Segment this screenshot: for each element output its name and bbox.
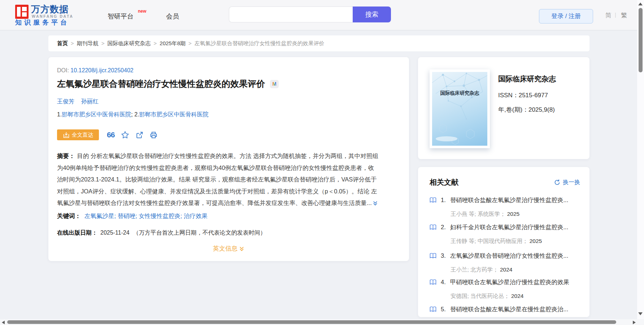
journal-card: 国际临床研究杂志 国际临床研究杂志 ISSN：2515-6977 年,卷(期)：…: [418, 57, 589, 159]
related-item-meta: 王小兰; 北方药学； 2024: [451, 266, 512, 274]
abstract: 摘要：目的 分析左氧氟沙星联合替硝唑治疗女性慢性盆腔炎的效果。方法 选择方式为随…: [57, 150, 404, 209]
article-card: DOI: 10.12208/j.ijcr.20250402 左氧氟沙星联合替硝唑…: [48, 57, 409, 261]
abstract-line: 为40例单纯给予替硝唑治疗的女性慢性盆腔炎患者，观察组为40例左氧氟沙星联合替硝…: [57, 162, 404, 174]
search-button[interactable]: 搜索: [353, 7, 391, 22]
related-item: 2.妇科千金片联合左氧氟沙星治疗慢性盆腔炎...: [430, 223, 568, 231]
author-list: 王俊芳孙丽红: [57, 98, 105, 106]
refresh-icon: [554, 179, 560, 185]
breadcrumb-separator: >: [71, 40, 74, 46]
related-item-meta: 王传静 等; 中国现代药物应用； 2025: [451, 238, 542, 245]
keyword-separator: ;: [135, 213, 139, 219]
doi-row: DOI: 10.12208/j.ijcr.20250402: [57, 67, 134, 74]
book-icon: [430, 253, 436, 259]
related-item-year: 2025: [507, 211, 519, 217]
scroll-left-arrow[interactable]: [2, 321, 5, 324]
related-item-year: 2024: [511, 293, 523, 299]
keyword-link[interactable]: 替硝唑: [118, 213, 136, 219]
author-link[interactable]: 孙丽红: [81, 98, 99, 104]
book-icon: [430, 306, 436, 312]
related-item-number: 1.: [441, 197, 450, 204]
journal-cover[interactable]: 国际临床研究杂志: [430, 69, 490, 148]
horizontal-scrollbar-thumb[interactable]: [7, 320, 616, 324]
login-register-button[interactable]: 登录 / 注册: [539, 9, 593, 23]
keyword-link[interactable]: 治疗效果: [184, 213, 208, 219]
related-item-title[interactable]: 替硝唑联合盐酸左氧氟沙星治疗慢性盆腔炎...: [450, 197, 568, 203]
affiliation-separator: ;: [131, 111, 134, 117]
related-item-title[interactable]: 妇科千金片联合左氧氟沙星治疗慢性盆腔炎...: [450, 224, 568, 230]
related-item-number: 4.: [441, 279, 450, 286]
breadcrumb-item[interactable]: 期刊导航: [77, 40, 99, 46]
keyword-separator: ;: [180, 213, 184, 219]
related-item-title[interactable]: 左氧氟沙星联合替硝唑治疗女性慢性盆腔炎...: [450, 252, 568, 259]
related-item-number: 3.: [441, 252, 450, 259]
wanfang-logo-icon[interactable]: [15, 5, 29, 19]
related-item: 3.左氧氟沙星联合替硝唑治疗女性慢性盆腔炎...: [430, 252, 568, 260]
svg-text:free: free: [65, 135, 68, 137]
breadcrumb: 首页>期刊导航>国际临床研究杂志>2025年8期>左氧氟沙星联合替硝唑治疗女性慢…: [48, 35, 589, 51]
journal-volume: 年,卷(期)：2025,9(8): [498, 106, 555, 114]
keyword-separator: ;: [114, 213, 118, 219]
breadcrumb-item[interactable]: 首页: [57, 40, 68, 46]
fulltext-button[interactable]: free 全文直达: [57, 129, 99, 140]
related-item: 5.替硝唑联合盐酸左氧氟沙星在慢性盆腔炎治...: [430, 305, 568, 313]
lang-traditional[interactable]: 繁: [621, 11, 627, 20]
print-icon[interactable]: [150, 131, 157, 139]
book-icon: [430, 197, 436, 203]
article-title: 左氧氟沙星联合替硝唑治疗女性慢性盆腔炎的效果评价M: [57, 78, 279, 90]
breadcrumb-separator: >: [154, 40, 157, 46]
abstract-line: 摘要：目的 分析左氧氟沙星联合替硝唑治疗女性慢性盆腔炎的效果。方法 选择方式为随…: [57, 150, 404, 162]
doi-label: DOI:: [57, 67, 69, 73]
scroll-down-arrow[interactable]: [638, 312, 643, 315]
logo-cn-text[interactable]: 万方数据: [31, 4, 69, 14]
journal-name[interactable]: 国际临床研究杂志: [498, 75, 556, 82]
breadcrumb-item[interactable]: 国际临床研究杂志: [108, 40, 151, 46]
related-item-year: 2024: [500, 266, 512, 273]
favorite-star-icon[interactable]: [121, 131, 129, 139]
scroll-up-arrow[interactable]: [638, 3, 643, 5]
pubdate-value: 2025-11-24: [100, 230, 130, 236]
m-badge-icon[interactable]: M: [270, 80, 279, 88]
share-icon[interactable]: [136, 131, 143, 139]
related-literature-card: 相关文献 换一换 1.替硝唑联合盐酸左氧氟沙星治疗慢性盆腔炎...王小燕 等; …: [418, 167, 589, 317]
search-input[interactable]: [229, 7, 353, 22]
book-icon: [430, 279, 436, 285]
lang-simplified[interactable]: 简: [605, 11, 612, 20]
logo-en-text: WANFANG DATA: [32, 14, 73, 18]
abstract-line: 氧氟沙星与替硝唑联合疗法对女性慢性盆腔炎疗效显著，可提高治愈率、降低并发症发生率…: [57, 197, 404, 209]
header: 万方数据 WANFANG DATA 知识服务平台 智研平台 new 会员 搜索 …: [0, 0, 644, 30]
affiliations: 1.邯郸市肥乡区中医骨科医院; 2.邯郸市肥乡区中医骨科医院: [57, 111, 209, 119]
scroll-right-arrow[interactable]: [633, 321, 636, 324]
expand-abstract-icon[interactable]: [373, 201, 378, 206]
keyword-link[interactable]: 女性慢性盆腔炎: [139, 213, 180, 219]
nav-zhiyan-platform[interactable]: 智研平台: [108, 12, 134, 21]
nav-member[interactable]: 会员: [166, 12, 179, 21]
english-info-toggle[interactable]: 英文信息: [48, 244, 409, 253]
keyword-link[interactable]: 左氧氟沙星: [84, 213, 114, 219]
refresh-related-button[interactable]: 换一换: [554, 179, 580, 186]
affiliation-link[interactable]: 邯郸市肥乡区中医骨科医院: [139, 111, 209, 117]
logo-subtitle: 知识服务平台: [15, 19, 69, 26]
affiliation-link[interactable]: 邯郸市肥乡区中医骨科医院: [62, 111, 131, 117]
breadcrumb-item: 左氧氟沙星联合替硝唑治疗女性慢性盆腔炎的效果评价: [195, 40, 325, 46]
pubdate-note: （万方平台首次上网日期，不代表论文的发表时间）: [133, 230, 266, 236]
affiliation-number: 2.: [134, 111, 139, 117]
cite-icon[interactable]: 66: [107, 131, 114, 139]
action-row: free 全文直达 66: [57, 129, 157, 140]
journal-issn: ISSN：2515-6977: [498, 92, 548, 99]
doi-link[interactable]: 10.12208/j.ijcr.20250402: [70, 67, 133, 73]
vertical-scrollbar-thumb[interactable]: [639, 8, 643, 72]
keywords-row: 关键词：左氧氟沙星; 替硝唑; 女性慢性盆腔炎; 治疗效果: [57, 212, 208, 220]
pubdate-row: 在线出版日期：2025-11-24（万方平台首次上网日期，不代表论文的发表时间）: [57, 229, 266, 237]
related-item-number: 2.: [441, 224, 450, 231]
related-item-title[interactable]: 替硝唑联合盐酸左氧氟沙星在慢性盆腔炎治...: [450, 306, 568, 312]
book-icon: [430, 224, 436, 230]
related-item-number: 5.: [441, 306, 450, 313]
breadcrumb-separator: >: [188, 40, 192, 46]
related-item-title[interactable]: 甲硝唑联合左氧氟沙星治疗慢性盆腔炎的效果: [450, 279, 569, 285]
breadcrumb-item[interactable]: 2025年8期: [160, 40, 186, 46]
keywords-label: 关键词：: [57, 213, 81, 219]
breadcrumb-separator: >: [101, 40, 105, 46]
download-free-icon: free: [63, 132, 70, 138]
abstract-line: 治时间为2023.1-2024.1。比较两组治疗效果。结果 研究显示，观察组患者…: [57, 174, 404, 185]
author-link[interactable]: 王俊芳: [57, 98, 74, 104]
